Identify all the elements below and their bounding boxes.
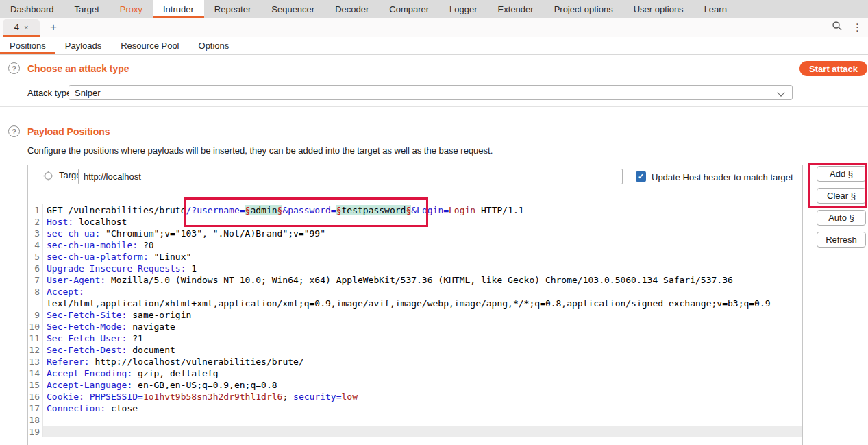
help-icon[interactable]: ?: [8, 125, 20, 137]
line-number: 5: [28, 251, 43, 263]
chevron-down-icon: [777, 88, 784, 96]
request-line[interactable]: 5sec-ch-ua-platform: "Linux": [28, 251, 802, 263]
sub-tab-options[interactable]: Options: [189, 37, 239, 54]
request-line[interactable]: 4sec-ch-ua-mobile: ?0: [28, 239, 802, 251]
overflow-menu-icon[interactable]: ⋮: [852, 21, 863, 34]
line-text: Connection: close: [43, 402, 802, 414]
main-tab-target[interactable]: Target: [64, 0, 110, 18]
request-line[interactable]: 15Accept-Language: en-GB,en-US;q=0.9,en;…: [28, 379, 802, 391]
line-number: 4: [28, 239, 43, 251]
line-text: Accept-Encoding: gzip, deflatefg: [43, 368, 802, 379]
line-number: 17: [28, 402, 43, 414]
section-divider: [0, 106, 868, 107]
line-number: [28, 298, 43, 309]
payload-positions-heading: Payload Positions: [27, 126, 110, 137]
auto-section-button[interactable]: Auto §: [817, 210, 866, 226]
line-number: 19: [28, 426, 43, 437]
add-section-button[interactable]: Add §: [817, 166, 866, 182]
main-tab-dashboard[interactable]: Dashboard: [0, 0, 64, 18]
request-line[interactable]: 12Sec-Fetch-Dest: document: [28, 344, 802, 356]
line-number: 10: [28, 321, 43, 333]
request-line[interactable]: 1GET /vulnerabilities/brute/?username=§a…: [28, 204, 802, 216]
main-tab-user-options[interactable]: User options: [623, 0, 694, 18]
line-number: 7: [28, 274, 43, 286]
main-tab-extender[interactable]: Extender: [488, 0, 544, 18]
line-number: 9: [28, 309, 43, 321]
main-tab-proxy[interactable]: Proxy: [110, 0, 153, 18]
sub-tab-resource-pool[interactable]: Resource Pool: [111, 37, 188, 54]
intruder-sub-tab-bar: PositionsPayloadsResource PoolOptions: [0, 37, 868, 55]
line-number: 15: [28, 379, 43, 391]
request-line[interactable]: 17Connection: close: [28, 402, 802, 414]
line-number: 1: [28, 204, 43, 216]
main-tab-repeater[interactable]: Repeater: [204, 0, 261, 18]
main-tab-project-options[interactable]: Project options: [544, 0, 623, 18]
line-text: Upgrade-Insecure-Requests: 1: [43, 263, 802, 274]
line-number: 18: [28, 414, 43, 426]
main-tab-learn[interactable]: Learn: [694, 0, 737, 18]
line-text: Sec-Fetch-Dest: document: [43, 344, 802, 356]
target-input[interactable]: [78, 169, 623, 184]
line-number: 3: [28, 228, 43, 239]
line-number: 12: [28, 344, 43, 356]
request-line[interactable]: 6Upgrade-Insecure-Requests: 1: [28, 263, 802, 274]
request-line[interactable]: 10Sec-Fetch-Mode: navigate: [28, 321, 802, 333]
line-text: sec-ch-ua: "Chromium";v="103", ".Not/A)B…: [43, 228, 802, 239]
line-number: 6: [28, 263, 43, 274]
request-line[interactable]: 3sec-ch-ua: "Chromium";v="103", ".Not/A)…: [28, 228, 802, 239]
line-text: User-Agent: Mozilla/5.0 (Windows NT 10.0…: [43, 274, 802, 286]
attack-type-heading: Choose an attack type: [27, 63, 129, 74]
sub-tab-positions[interactable]: Positions: [0, 37, 55, 54]
attack-type-select[interactable]: Sniper: [69, 85, 793, 100]
line-number: 2: [28, 216, 43, 228]
line-text: Sec-Fetch-Mode: navigate: [43, 321, 802, 333]
line-text: GET /vulnerabilities/brute/?username=§ad…: [43, 204, 802, 216]
line-number: 16: [28, 391, 43, 402]
update-host-header-label: Update Host header to match target: [652, 172, 793, 182]
line-text: Accept-Language: en-GB,en-US;q=0.9,en;q=…: [43, 379, 802, 391]
main-tab-logger[interactable]: Logger: [439, 0, 487, 18]
start-attack-button[interactable]: Start attack: [799, 61, 867, 76]
positions-panel: Target: ✓ Update Host header to match ta…: [27, 165, 803, 445]
line-text: Sec-Fetch-Site: same-origin: [43, 309, 802, 321]
main-tab-comparer[interactable]: Comparer: [379, 0, 439, 18]
refresh-button[interactable]: Refresh: [817, 232, 866, 248]
attack-type-value: Sniper: [75, 88, 101, 98]
request-line[interactable]: 13Referer: http://localhost/vulnerabilit…: [28, 356, 802, 368]
document-tab-bar: 4 × + ⋮: [0, 18, 868, 37]
search-icon[interactable]: [832, 21, 843, 34]
document-tab-label: 4: [14, 22, 19, 32]
request-editor[interactable]: 1GET /vulnerabilities/brute/?username=§a…: [28, 200, 802, 437]
request-line[interactable]: 19: [28, 426, 802, 437]
clear-section-button[interactable]: Clear §: [817, 188, 866, 204]
main-tab-bar: DashboardTargetProxyIntruderRepeaterSequ…: [0, 0, 868, 18]
line-text: Cookie: PHPSESSID=1o1hvt9b58sn3h2dr9thl1…: [43, 391, 802, 402]
request-line[interactable]: 9Sec-Fetch-Site: same-origin: [28, 309, 802, 321]
request-line[interactable]: 8Accept:: [28, 286, 802, 298]
burp-intruder-window: DashboardTargetProxyIntruderRepeaterSequ…: [0, 0, 868, 445]
main-tab-sequencer[interactable]: Sequencer: [261, 0, 325, 18]
main-tab-intruder[interactable]: Intruder: [153, 0, 204, 18]
attack-type-label: Attack type:: [27, 88, 74, 98]
close-tab-icon[interactable]: ×: [24, 23, 28, 32]
target-crosshair-icon: [43, 171, 53, 184]
line-text: Sec-Fetch-User: ?1: [43, 333, 802, 344]
update-host-header-checkbox[interactable]: ✓: [636, 171, 646, 182]
request-line[interactable]: text/html,application/xhtml+xml,applicat…: [28, 298, 802, 309]
request-line[interactable]: 18: [28, 414, 802, 426]
line-text: [43, 414, 802, 426]
line-text: Host: localhost: [43, 216, 802, 228]
line-number: 14: [28, 368, 43, 379]
sub-tab-payloads[interactable]: Payloads: [55, 37, 111, 54]
request-line[interactable]: 14Accept-Encoding: gzip, deflatefg: [28, 368, 802, 379]
request-line[interactable]: 2Host: localhost: [28, 216, 802, 228]
main-tab-decoder[interactable]: Decoder: [325, 0, 379, 18]
request-line[interactable]: 7User-Agent: Mozilla/5.0 (Windows NT 10.…: [28, 274, 802, 286]
document-tab-4[interactable]: 4 ×: [3, 19, 40, 37]
payload-positions-description: Configure the positions where payloads w…: [27, 145, 493, 156]
request-line[interactable]: 16Cookie: PHPSESSID=1o1hvt9b58sn3h2dr9th…: [28, 391, 802, 402]
request-line[interactable]: 11Sec-Fetch-User: ?1: [28, 333, 802, 344]
add-tab-button[interactable]: +: [45, 19, 62, 36]
line-number: 13: [28, 356, 43, 368]
help-icon[interactable]: ?: [8, 62, 20, 74]
